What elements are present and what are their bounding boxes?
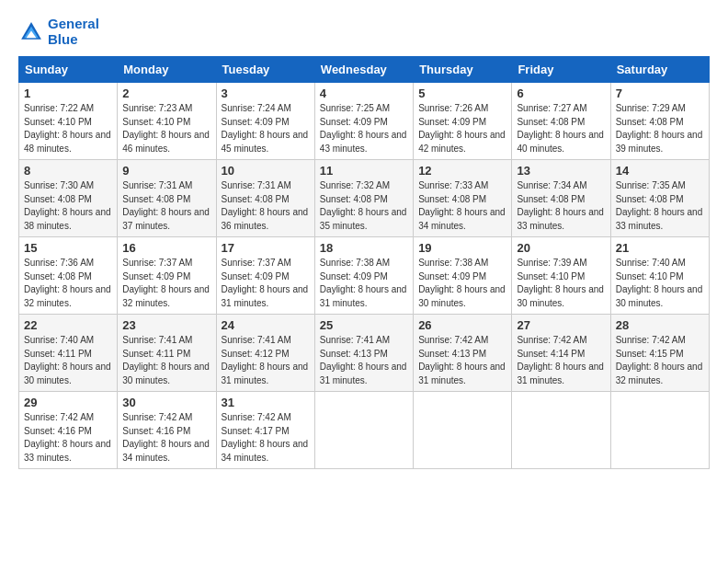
day-info: Sunrise: 7:42 AMSunset: 4:17 PMDaylight:… (222, 411, 310, 465)
calendar-cell: 21Sunrise: 7:40 AMSunset: 4:10 PMDayligh… (610, 237, 709, 315)
weekday-wednesday: Wednesday (314, 57, 413, 83)
day-number: 7 (616, 86, 704, 100)
day-number: 14 (616, 164, 704, 178)
calendar-cell: 8Sunrise: 7:30 AMSunset: 4:08 PMDaylight… (19, 160, 118, 237)
calendar-cell: 28Sunrise: 7:42 AMSunset: 4:15 PMDayligh… (610, 315, 709, 392)
calendar-cell: 3Sunrise: 7:24 AMSunset: 4:09 PMDaylight… (216, 83, 314, 160)
logo-icon (18, 19, 44, 45)
day-info: Sunrise: 7:31 AMSunset: 4:08 PMDaylight:… (222, 179, 310, 233)
day-number: 5 (418, 86, 506, 100)
day-info: Sunrise: 7:42 AMSunset: 4:15 PMDaylight:… (616, 334, 704, 387)
calendar-cell (414, 392, 512, 469)
day-info: Sunrise: 7:35 AMSunset: 4:08 PMDaylight:… (616, 179, 704, 233)
calendar-cell: 4Sunrise: 7:25 AMSunset: 4:09 PMDaylight… (314, 83, 413, 160)
calendar-cell: 2Sunrise: 7:23 AMSunset: 4:10 PMDaylight… (118, 83, 216, 160)
calendar-cell: 14Sunrise: 7:35 AMSunset: 4:08 PMDayligh… (610, 160, 709, 237)
logo: General Blue (18, 17, 99, 47)
day-info: Sunrise: 7:41 AMSunset: 4:13 PMDaylight:… (320, 334, 408, 387)
calendar-cell: 5Sunrise: 7:26 AMSunset: 4:09 PMDaylight… (414, 83, 512, 160)
calendar-cell: 22Sunrise: 7:40 AMSunset: 4:11 PMDayligh… (19, 315, 118, 392)
day-number: 12 (418, 164, 506, 178)
day-info: Sunrise: 7:42 AMSunset: 4:14 PMDaylight:… (517, 334, 605, 387)
weekday-sunday: Sunday (19, 57, 118, 83)
day-info: Sunrise: 7:42 AMSunset: 4:16 PMDaylight:… (122, 411, 210, 465)
calendar-row: 22Sunrise: 7:40 AMSunset: 4:11 PMDayligh… (19, 315, 710, 392)
day-number: 4 (320, 86, 408, 100)
calendar-cell: 1Sunrise: 7:22 AMSunset: 4:10 PMDaylight… (19, 83, 118, 160)
calendar-cell: 7Sunrise: 7:29 AMSunset: 4:08 PMDaylight… (610, 83, 709, 160)
calendar-row: 29Sunrise: 7:42 AMSunset: 4:16 PMDayligh… (19, 392, 710, 469)
day-number: 31 (222, 396, 310, 409)
day-info: Sunrise: 7:29 AMSunset: 4:08 PMDaylight:… (616, 102, 704, 155)
calendar-cell (512, 392, 610, 469)
weekday-friday: Friday (512, 57, 610, 83)
calendar-cell: 29Sunrise: 7:42 AMSunset: 4:16 PMDayligh… (19, 392, 118, 469)
calendar-row: 15Sunrise: 7:36 AMSunset: 4:08 PMDayligh… (19, 237, 710, 315)
day-number: 16 (122, 241, 210, 255)
day-info: Sunrise: 7:32 AMSunset: 4:08 PMDaylight:… (320, 179, 408, 233)
day-info: Sunrise: 7:38 AMSunset: 4:09 PMDaylight:… (418, 257, 506, 310)
calendar-cell (610, 392, 709, 469)
calendar-body: 1Sunrise: 7:22 AMSunset: 4:10 PMDaylight… (19, 83, 710, 469)
day-number: 28 (616, 318, 704, 332)
day-info: Sunrise: 7:39 AMSunset: 4:10 PMDaylight:… (517, 257, 605, 310)
day-info: Sunrise: 7:34 AMSunset: 4:08 PMDaylight:… (517, 179, 605, 233)
calendar-cell: 15Sunrise: 7:36 AMSunset: 4:08 PMDayligh… (19, 237, 118, 315)
day-number: 27 (517, 318, 605, 332)
day-info: Sunrise: 7:24 AMSunset: 4:09 PMDaylight:… (222, 102, 310, 155)
calendar-cell: 9Sunrise: 7:31 AMSunset: 4:08 PMDaylight… (118, 160, 216, 237)
calendar-cell: 17Sunrise: 7:37 AMSunset: 4:09 PMDayligh… (216, 237, 314, 315)
day-info: Sunrise: 7:37 AMSunset: 4:09 PMDaylight:… (222, 257, 310, 310)
page-header: General Blue (18, 17, 710, 47)
weekday-saturday: Saturday (610, 57, 709, 83)
day-number: 3 (222, 86, 310, 100)
calendar-cell: 26Sunrise: 7:42 AMSunset: 4:13 PMDayligh… (414, 315, 512, 392)
calendar-page: General Blue SundayMondayTuesdayWednesda… (0, 0, 728, 563)
day-number: 26 (418, 318, 506, 332)
calendar-cell: 31Sunrise: 7:42 AMSunset: 4:17 PMDayligh… (216, 392, 314, 469)
day-number: 13 (517, 164, 605, 178)
day-info: Sunrise: 7:42 AMSunset: 4:13 PMDaylight:… (418, 334, 506, 387)
weekday-tuesday: Tuesday (216, 57, 314, 83)
day-number: 20 (517, 241, 605, 255)
day-number: 10 (222, 164, 310, 178)
calendar-cell: 30Sunrise: 7:42 AMSunset: 4:16 PMDayligh… (118, 392, 216, 469)
day-number: 25 (320, 318, 408, 332)
day-number: 29 (24, 396, 112, 409)
day-number: 24 (222, 318, 310, 332)
calendar-cell: 19Sunrise: 7:38 AMSunset: 4:09 PMDayligh… (414, 237, 512, 315)
calendar-cell: 25Sunrise: 7:41 AMSunset: 4:13 PMDayligh… (314, 315, 413, 392)
calendar-cell: 24Sunrise: 7:41 AMSunset: 4:12 PMDayligh… (216, 315, 314, 392)
calendar-cell: 12Sunrise: 7:33 AMSunset: 4:08 PMDayligh… (414, 160, 512, 237)
calendar-cell: 27Sunrise: 7:42 AMSunset: 4:14 PMDayligh… (512, 315, 610, 392)
day-number: 22 (24, 318, 112, 332)
weekday-thursday: Thursday (414, 57, 512, 83)
day-number: 15 (24, 241, 112, 255)
day-info: Sunrise: 7:36 AMSunset: 4:08 PMDaylight:… (24, 257, 112, 310)
day-info: Sunrise: 7:40 AMSunset: 4:10 PMDaylight:… (616, 257, 704, 310)
calendar-row: 1Sunrise: 7:22 AMSunset: 4:10 PMDaylight… (19, 83, 710, 160)
day-info: Sunrise: 7:30 AMSunset: 4:08 PMDaylight:… (24, 179, 112, 233)
day-info: Sunrise: 7:27 AMSunset: 4:08 PMDaylight:… (517, 102, 605, 155)
day-info: Sunrise: 7:41 AMSunset: 4:12 PMDaylight:… (222, 334, 310, 387)
calendar-cell: 23Sunrise: 7:41 AMSunset: 4:11 PMDayligh… (118, 315, 216, 392)
day-info: Sunrise: 7:31 AMSunset: 4:08 PMDaylight:… (122, 179, 210, 233)
day-info: Sunrise: 7:23 AMSunset: 4:10 PMDaylight:… (122, 102, 210, 155)
day-info: Sunrise: 7:41 AMSunset: 4:11 PMDaylight:… (122, 334, 210, 387)
logo-text: General Blue (48, 17, 99, 47)
calendar-cell: 6Sunrise: 7:27 AMSunset: 4:08 PMDaylight… (512, 83, 610, 160)
day-info: Sunrise: 7:22 AMSunset: 4:10 PMDaylight:… (24, 102, 112, 155)
day-info: Sunrise: 7:26 AMSunset: 4:09 PMDaylight:… (418, 102, 506, 155)
weekday-header-row: SundayMondayTuesdayWednesdayThursdayFrid… (19, 57, 710, 83)
day-number: 8 (24, 164, 112, 178)
day-info: Sunrise: 7:40 AMSunset: 4:11 PMDaylight:… (24, 334, 112, 387)
calendar-cell: 11Sunrise: 7:32 AMSunset: 4:08 PMDayligh… (314, 160, 413, 237)
day-number: 30 (122, 396, 210, 409)
day-number: 18 (320, 241, 408, 255)
day-info: Sunrise: 7:37 AMSunset: 4:09 PMDaylight:… (122, 257, 210, 310)
day-number: 2 (122, 86, 210, 100)
calendar-cell: 16Sunrise: 7:37 AMSunset: 4:09 PMDayligh… (118, 237, 216, 315)
calendar-cell (314, 392, 413, 469)
calendar-table: SundayMondayTuesdayWednesdayThursdayFrid… (18, 56, 710, 469)
day-number: 9 (122, 164, 210, 178)
